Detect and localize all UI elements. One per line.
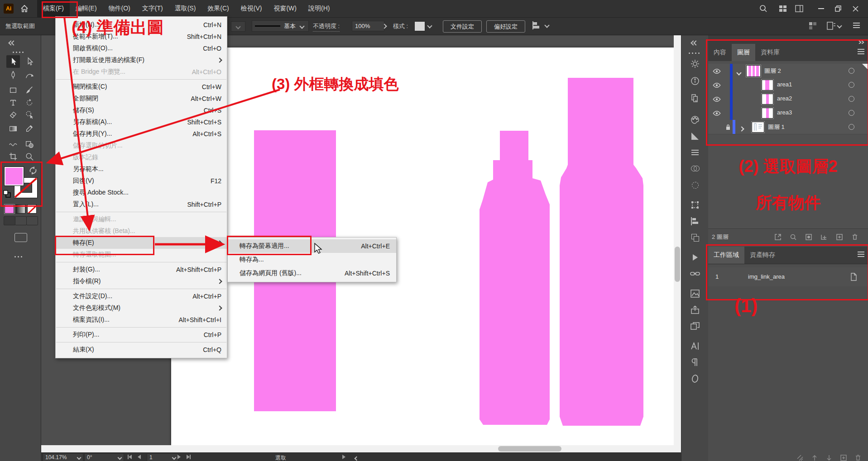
layer-target-circle[interactable] bbox=[849, 68, 854, 74]
layer-thumbnail[interactable] bbox=[746, 65, 761, 77]
gear-icon[interactable] bbox=[690, 58, 700, 69]
collect-for-export-icon[interactable] bbox=[774, 233, 782, 242]
close-button[interactable] bbox=[848, 1, 863, 16]
zoom-tool[interactable] bbox=[23, 150, 36, 163]
home-icon[interactable] bbox=[20, 4, 29, 15]
menu-item-export[interactable]: 轉存(E) bbox=[56, 237, 227, 249]
menu-file[interactable]: 檔案(F) bbox=[37, 0, 70, 17]
visibility-eye-icon[interactable] bbox=[713, 68, 721, 75]
layer-thumbnail[interactable] bbox=[752, 122, 764, 133]
tab-layers[interactable]: 圖層 bbox=[732, 44, 755, 61]
menu-item-document-setup[interactable]: 文件設定(D)...Alt+Ctrl+P bbox=[56, 290, 227, 302]
layer-row-area2[interactable]: area2 bbox=[708, 92, 868, 106]
tab-asset-export[interactable]: 資產轉存 bbox=[744, 247, 781, 264]
layer-target-circle[interactable] bbox=[849, 124, 854, 130]
artboard-tool[interactable] bbox=[6, 150, 20, 163]
selection-tool[interactable] bbox=[6, 55, 20, 68]
links-icon[interactable] bbox=[690, 268, 700, 279]
direct-selection-tool[interactable] bbox=[23, 55, 36, 68]
eyedropper-tool[interactable] bbox=[23, 122, 36, 135]
lock-icon[interactable] bbox=[725, 124, 731, 132]
expand-chevron-right-icon[interactable] bbox=[740, 125, 743, 132]
layer-row-area3[interactable]: area3 bbox=[708, 106, 868, 120]
preferences-button[interactable]: 偏好設定 bbox=[486, 20, 525, 33]
artboard-name[interactable]: img_link_area bbox=[748, 273, 785, 280]
new-layer-icon[interactable] bbox=[836, 233, 843, 242]
color-mode-fill-button[interactable] bbox=[5, 204, 14, 214]
artboards-panel-menu-icon[interactable] bbox=[858, 254, 864, 255]
edit-toolbar-icon[interactable] bbox=[14, 251, 23, 259]
artboard-page-icon[interactable] bbox=[849, 273, 858, 282]
info-icon[interactable] bbox=[690, 76, 700, 86]
menu-select[interactable]: 選取(S) bbox=[169, 0, 202, 17]
last-artboard-button[interactable] bbox=[187, 455, 191, 459]
layer-name[interactable]: 圖層 2 bbox=[764, 67, 781, 75]
menu-item-save-as[interactable]: 另存新檔(A)...Shift+Ctrl+S bbox=[56, 116, 227, 128]
color-mode-none-button[interactable] bbox=[27, 204, 37, 214]
menu-item-close[interactable]: 關閉檔案(C)Ctrl+W bbox=[56, 81, 227, 93]
move-up-icon[interactable] bbox=[811, 455, 818, 461]
shape-area2[interactable] bbox=[480, 131, 550, 425]
paragraph-icon[interactable] bbox=[690, 357, 700, 368]
toolbar-drag-handle[interactable] bbox=[12, 47, 24, 55]
delete-artboard-icon[interactable] bbox=[855, 455, 861, 461]
restore-button[interactable] bbox=[830, 1, 846, 16]
strip-drag-handle[interactable] bbox=[688, 48, 700, 56]
menu-item-save[interactable]: 儲存(S)Ctrl+S bbox=[56, 105, 227, 116]
tab-libraries[interactable]: 資料庫 bbox=[755, 44, 785, 61]
align-icon[interactable] bbox=[690, 216, 700, 227]
swap-fill-stroke-icon[interactable] bbox=[29, 166, 37, 176]
layer-target-circle[interactable] bbox=[849, 82, 854, 88]
layer-name[interactable]: area1 bbox=[777, 81, 792, 88]
visibility-eye-icon[interactable] bbox=[713, 82, 721, 89]
shape-area3[interactable] bbox=[560, 78, 643, 426]
visibility-eye-icon[interactable] bbox=[713, 96, 721, 103]
color-mode-gradient-button[interactable] bbox=[16, 204, 25, 214]
fill-swatch[interactable] bbox=[4, 166, 24, 186]
stroke-icon[interactable] bbox=[690, 147, 700, 158]
menu-item-close-all[interactable]: 全部關閉Alt+Ctrl+W bbox=[56, 93, 227, 105]
menu-item-open-recent[interactable]: 打開最近使用過的檔案(F) bbox=[56, 54, 227, 66]
delete-layer-icon[interactable] bbox=[851, 233, 858, 242]
menu-item-print[interactable]: 列印(P)...Ctrl+P bbox=[56, 329, 227, 341]
color-icon[interactable] bbox=[690, 114, 700, 125]
menu-item-file-info[interactable]: 檔案資訊(I)...Alt+Shift+Ctrl+I bbox=[56, 314, 227, 326]
menu-type[interactable]: 文字(T) bbox=[136, 0, 169, 17]
character-icon[interactable] bbox=[690, 341, 700, 352]
opacity-label[interactable]: 不透明度 : bbox=[313, 22, 340, 32]
layer-thumbnail[interactable] bbox=[762, 94, 773, 105]
menu-effect[interactable]: 效果(C) bbox=[201, 0, 235, 17]
minimize-button[interactable] bbox=[813, 1, 829, 16]
artboard-navigation-dropdown[interactable]: 1 bbox=[147, 453, 178, 461]
appearance-icon[interactable] bbox=[690, 180, 700, 190]
submenu-item-save-for-web-legacy[interactable]: 儲存為網頁用 (舊版)...Alt+Shift+Ctrl+S bbox=[228, 266, 396, 280]
align-options-dropdown[interactable] bbox=[532, 21, 549, 29]
collapse-toolbar-icon[interactable] bbox=[9, 38, 15, 47]
artboards-icon[interactable] bbox=[690, 321, 700, 332]
zoom-level-dropdown[interactable]: 104.17% bbox=[43, 453, 83, 461]
actions-icon[interactable] bbox=[690, 252, 700, 263]
variable-width-dropdown[interactable] bbox=[231, 21, 245, 32]
layer-name[interactable]: area2 bbox=[777, 95, 792, 102]
status-flyout-arrow[interactable] bbox=[342, 455, 345, 459]
layer-row-layer1[interactable]: 圖層 1 bbox=[708, 120, 868, 134]
draw-inside-button[interactable] bbox=[26, 216, 38, 225]
layer-thumbnail[interactable] bbox=[762, 108, 773, 119]
image-trace-icon[interactable] bbox=[690, 288, 700, 299]
menu-window[interactable]: 視窗(W) bbox=[268, 0, 302, 17]
shaper-tool[interactable] bbox=[23, 108, 36, 121]
pathfinder-icon[interactable] bbox=[690, 232, 700, 243]
next-artboard-button[interactable] bbox=[177, 455, 181, 459]
screen-mode-button[interactable] bbox=[14, 233, 27, 242]
menu-item-revert[interactable]: 回復(V)F12 bbox=[56, 175, 227, 187]
style-dropdown-arrow[interactable] bbox=[426, 21, 434, 30]
transform-icon[interactable] bbox=[690, 200, 700, 210]
vertical-scrollbar-thumb[interactable] bbox=[675, 247, 680, 282]
vertical-scrollbar[interactable] bbox=[674, 35, 681, 445]
status-chevron-left-icon[interactable] bbox=[355, 455, 358, 461]
opacity-expand-arrow[interactable] bbox=[380, 21, 388, 31]
rotation-dropdown[interactable]: 0° bbox=[84, 453, 124, 461]
menu-item-open[interactable]: 開啟舊檔(O)...Ctrl+O bbox=[56, 43, 227, 54]
move-down-icon[interactable] bbox=[826, 455, 832, 461]
menu-item-save-as-template[interactable]: 另存範本... bbox=[56, 163, 227, 175]
